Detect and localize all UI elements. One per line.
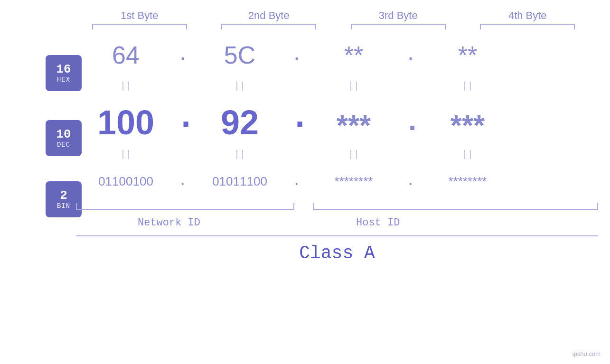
hex-b3: ** (304, 41, 404, 69)
eq-row-dec-bin: || || || || (76, 146, 598, 162)
bottom-brackets-row (76, 203, 598, 212)
bin-dot2: . (290, 174, 304, 189)
class-label: Class A (76, 243, 598, 263)
host-id-label: Host ID (356, 217, 400, 229)
hex-dot2: . (290, 45, 304, 66)
eq1-b2: || (190, 81, 290, 92)
hex-dot3: . (404, 45, 418, 66)
watermark: ipshu.com (572, 350, 601, 357)
dec-b3: *** (304, 108, 404, 142)
bracket-b4 (480, 24, 575, 29)
bracket-b2 (221, 24, 316, 29)
bracket-b3 (351, 24, 446, 29)
eq2-b4: || (418, 149, 517, 160)
hex-b2: 5C (190, 41, 290, 69)
hex-b4: ** (418, 41, 517, 69)
hex-dot1: . (176, 45, 190, 66)
hex-values: 64 . 5C . ** . ** (76, 41, 598, 69)
id-labels-row: Network ID Host ID (76, 212, 598, 233)
byte-headers: 1st Byte 2nd Byte 3rd Byte 4th Byte (75, 9, 592, 22)
eq2-b3: || (304, 149, 404, 160)
eq1-b4: || (418, 81, 517, 92)
dec-base-badge: 10 DEC (46, 120, 82, 156)
rows-wrapper: 16 HEX 64 . 5C . ** . ** || || || || (0, 32, 610, 263)
byte3-header: 3rd Byte (341, 9, 455, 22)
dec-b2: 92 (190, 103, 290, 142)
bin-b2: 01011100 (190, 174, 290, 189)
bin-dot3: . (404, 174, 418, 189)
eq2-b2: || (190, 149, 290, 160)
byte4-header: 4th Byte (470, 9, 584, 22)
main-container: 1st Byte 2nd Byte 3rd Byte 4th Byte 16 H… (0, 0, 610, 364)
bin-badge-num: 2 (60, 189, 67, 203)
bin-row: 2 BIN 01100100 . 01011100 . ******** . *… (0, 162, 610, 200)
class-top-line (76, 235, 598, 236)
top-brackets (75, 24, 592, 29)
class-section: Class A (76, 235, 598, 263)
eq-row-hex-dec: || || || || (76, 78, 598, 94)
hex-b1: 64 (76, 41, 176, 69)
bin-b4: ******** (418, 174, 517, 189)
hex-row: 16 HEX 64 . 5C . ** . ** (0, 32, 610, 78)
hex-badge-label: HEX (57, 76, 70, 84)
byte1-header: 1st Byte (83, 9, 197, 22)
dec-dot1: . (176, 98, 190, 137)
dec-row: 10 DEC 100 . 92 . *** . *** (0, 94, 610, 146)
dec-dot2: . (290, 98, 304, 137)
bracket-b1 (92, 24, 187, 29)
bin-badge-label: BIN (57, 202, 70, 210)
dec-badge-label: DEC (57, 141, 70, 149)
network-bracket (76, 203, 294, 210)
dec-values: 100 . 92 . *** . *** (76, 98, 598, 142)
eq2-b1: || (76, 149, 176, 160)
bin-b1: 01100100 (76, 174, 176, 189)
bin-b3: ******** (304, 174, 404, 189)
host-bracket (313, 203, 598, 210)
dec-badge-num: 10 (56, 128, 71, 141)
hex-base-badge: 16 HEX (46, 55, 82, 91)
dec-b1: 100 (76, 103, 176, 142)
eq1-b3: || (304, 81, 404, 92)
hex-badge-num: 16 (56, 63, 71, 76)
dec-b4: *** (418, 108, 517, 142)
eq1-b1: || (76, 81, 176, 92)
byte2-header: 2nd Byte (212, 9, 326, 22)
bin-values: 01100100 . 01011100 . ******** . *******… (76, 174, 598, 189)
dec-dot3: . (404, 105, 418, 139)
network-id-label: Network ID (138, 217, 200, 229)
bin-dot1: . (176, 174, 190, 189)
